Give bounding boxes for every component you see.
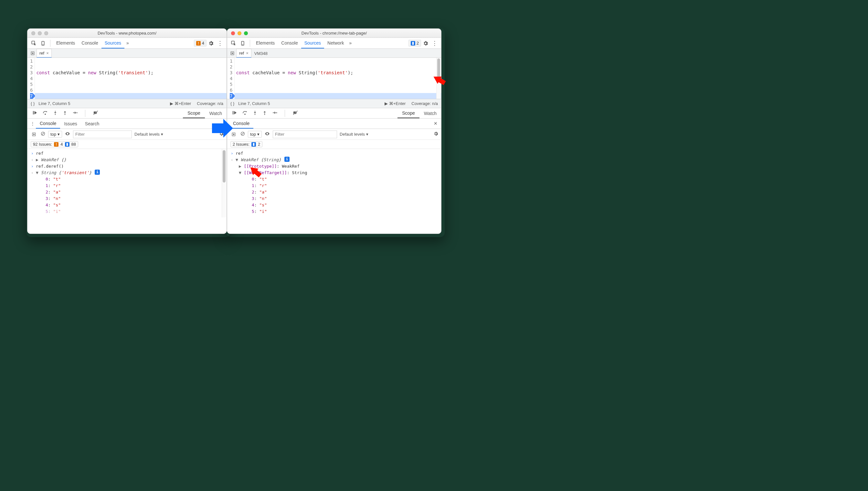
minimize-light[interactable] [237, 31, 242, 35]
step-out-icon[interactable] [62, 110, 67, 117]
step-out-icon[interactable] [262, 110, 267, 117]
tab-elements[interactable]: Elements [53, 38, 78, 49]
drawer-tabs: ⋮ Console Issues Search [27, 119, 227, 129]
tab-network[interactable]: Network [324, 38, 347, 49]
step-over-icon[interactable] [42, 110, 48, 117]
window-title: DevTools - chrome://new-tab-page/ [227, 31, 441, 35]
context-selector[interactable]: top▾ [248, 131, 262, 138]
run-hint[interactable]: ▶ ⌘+Enter [170, 101, 191, 106]
watch-tab[interactable]: Watch [419, 108, 441, 118]
file-tab-vm[interactable]: VM348 [251, 49, 271, 58]
issues-indicator[interactable]: ! 4 [194, 40, 206, 47]
close-icon[interactable]: × [246, 51, 249, 56]
deactivate-breakpoints-icon[interactable] [292, 110, 299, 117]
code-editor[interactable]: 1 2 3 4 5 6 7 const cacheValue = new Str… [227, 58, 441, 99]
live-expression-icon[interactable] [65, 131, 71, 137]
inspect-icon[interactable] [29, 39, 38, 48]
cursor-position: Line 7, Column 5 [38, 101, 70, 106]
console-output-weakref[interactable]: WeakRef {String} [241, 157, 281, 163]
filter-input[interactable] [73, 131, 132, 138]
close-light[interactable] [231, 31, 235, 35]
clear-console-icon[interactable] [240, 131, 245, 137]
navigator-icon[interactable] [29, 51, 36, 56]
drawer-tab-search[interactable]: Search [81, 119, 103, 128]
coverage-status[interactable]: Coverage: n/a [197, 101, 223, 106]
step-icon[interactable] [272, 110, 278, 117]
info-badge-icon[interactable]: i [284, 157, 289, 162]
drawer-kebab-icon[interactable]: ⋮ [29, 119, 36, 128]
svg-point-9 [65, 114, 65, 115]
tab-elements[interactable]: Elements [253, 38, 278, 49]
braces-icon[interactable]: { } [230, 101, 234, 106]
zoom-light[interactable] [244, 31, 248, 35]
issues-indicator[interactable]: ▮ 2 [409, 40, 421, 47]
inspect-icon[interactable] [229, 39, 238, 48]
svg-point-26 [264, 114, 265, 115]
step-into-icon[interactable] [252, 110, 257, 117]
tab-console[interactable]: Console [278, 38, 301, 49]
braces-icon[interactable]: { } [31, 101, 34, 106]
device-icon[interactable] [238, 39, 247, 48]
step-icon[interactable] [72, 110, 78, 117]
log-levels[interactable]: Default levels▾ [340, 132, 368, 137]
info-badge-icon[interactable]: i [95, 170, 100, 175]
drawer-close-icon[interactable]: × [430, 120, 441, 127]
main-tabs: Elements Console Sources » ! 4 ⋮ [27, 38, 227, 49]
step-over-icon[interactable] [242, 110, 248, 117]
titlebar[interactable]: DevTools - www.photopea.com/ [27, 29, 227, 38]
console-output-weakref[interactable]: WeakRef {} [41, 157, 66, 163]
svg-point-8 [55, 114, 56, 115]
live-expression-icon[interactable] [264, 131, 270, 137]
drawer-tab-console[interactable]: Console [36, 119, 60, 128]
resume-icon[interactable] [232, 110, 237, 117]
svg-marker-21 [232, 53, 233, 54]
zoom-light[interactable] [44, 31, 48, 35]
drawer-tab-issues[interactable]: Issues [60, 119, 81, 128]
console-output[interactable]: ›ref ‹▶WeakRef {} ›ref.deref() ‹▼String … [27, 149, 227, 218]
devtools-window-left: DevTools - www.photopea.com/ Elements Co… [27, 28, 227, 234]
navigator-icon[interactable] [228, 51, 236, 56]
settings-icon[interactable] [421, 39, 430, 48]
info-icon: ▮ [65, 142, 69, 147]
file-tab-ref[interactable]: ref × [236, 49, 251, 58]
console-input-ref: ref [235, 150, 243, 157]
tab-more[interactable]: » [347, 38, 354, 49]
tab-more[interactable]: » [124, 38, 131, 49]
console-settings-icon[interactable] [433, 131, 439, 137]
deactivate-breakpoints-icon[interactable] [92, 110, 99, 117]
tab-sources[interactable]: Sources [102, 38, 124, 49]
step-into-icon[interactable] [53, 110, 58, 117]
editor-statusbar: { } Line 7, Column 5 ▶ ⌘+Enter Coverage:… [227, 99, 441, 108]
context-selector[interactable]: top▾ [48, 131, 62, 138]
tab-console[interactable]: Console [78, 38, 101, 49]
close-icon[interactable]: × [46, 51, 49, 56]
sidebar-toggle-icon[interactable] [30, 132, 38, 137]
run-hint[interactable]: ▶ ⌘+Enter [385, 101, 405, 106]
kebab-icon[interactable]: ⋮ [430, 39, 439, 48]
tab-sources[interactable]: Sources [301, 38, 324, 49]
issues-summary[interactable]: 92 Issues: !4 ▮88 [31, 141, 78, 147]
minimize-light[interactable] [38, 31, 42, 35]
filter-input[interactable] [273, 131, 337, 138]
coverage-status[interactable]: Coverage: n/a [411, 101, 438, 106]
kebab-icon[interactable]: ⋮ [216, 39, 225, 48]
clear-console-icon[interactable] [40, 131, 46, 137]
issues-summary[interactable]: 2 Issues: ▮2 [230, 141, 262, 147]
svg-marker-4 [32, 53, 34, 54]
titlebar[interactable]: DevTools - chrome://new-tab-page/ [227, 29, 441, 38]
gutter: 1 2 3 4 5 6 7 [27, 58, 35, 99]
code-body: const cacheValue = new String('transient… [35, 58, 227, 99]
file-tab-ref[interactable]: ref × [36, 49, 52, 58]
close-light[interactable] [31, 31, 35, 35]
scope-tab[interactable]: Scope [183, 108, 205, 118]
devtools-window-right: DevTools - chrome://new-tab-page/ Elemen… [227, 28, 442, 234]
device-icon[interactable] [38, 39, 48, 48]
console-output-string[interactable]: String {'transient'} [41, 170, 92, 176]
watch-tab[interactable]: Watch [205, 108, 227, 118]
settings-icon[interactable] [206, 39, 216, 48]
scope-tab[interactable]: Scope [397, 108, 419, 118]
resume-icon[interactable] [32, 110, 38, 117]
code-editor[interactable]: 1 2 3 4 5 6 7 const cacheValue = new Str… [27, 58, 227, 99]
console-output[interactable]: ›ref ‹▼WeakRef {String}i ▶[[Prototype]]:… [227, 149, 441, 218]
log-levels[interactable]: Default levels▾ [134, 132, 163, 137]
